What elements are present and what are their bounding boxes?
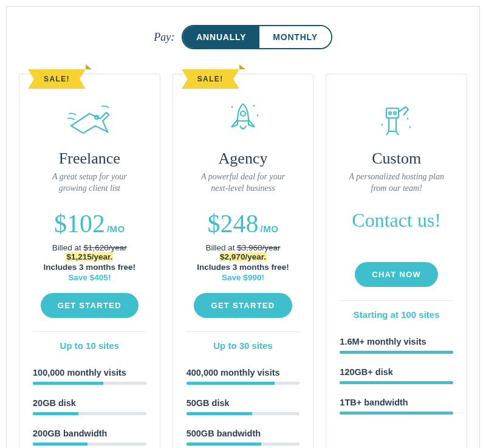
billed-discounted: $2,970/year. (219, 252, 267, 261)
svg-point-1 (241, 111, 245, 116)
feature-label: 20GB disk (33, 398, 146, 408)
price-row: $102 /MO (33, 209, 146, 238)
plan-tagline: A powerful deal for your next-level busi… (187, 171, 300, 195)
pricing-container: Pay: ANNUALLY MONTHLY SALE! (6, 6, 480, 448)
sites-line: Up to 30 sites (187, 340, 300, 351)
get-started-button[interactable]: GET STARTED (41, 293, 139, 318)
feature-label: 500GB bandwidth (187, 429, 300, 438)
divider (187, 331, 300, 332)
svg-point-3 (389, 112, 391, 114)
billed-line: Billed at $3,960/year $2,970/year. (187, 243, 300, 261)
billed-line: Billed at $1,620/year $1,215/year. (33, 243, 146, 261)
price-row: $248 /MO (187, 209, 300, 238)
divider (340, 300, 453, 301)
feature-bar (187, 382, 300, 385)
feature-item: 20GB disk (33, 398, 146, 415)
save-line: Save $990! (187, 273, 300, 282)
feature-label: 400,000 monthly visits (187, 368, 300, 377)
toggle-annually-button[interactable]: ANNUALLY (183, 26, 259, 48)
includes-line: Includes 3 months free! (33, 263, 146, 272)
feature-item: 100,000 monthly visits (33, 368, 146, 385)
feature-label: 200GB bandwidth (33, 429, 146, 438)
airplane-icon (33, 100, 146, 140)
price-unit: /MO (261, 224, 279, 234)
chat-now-button[interactable]: CHAT NOW (355, 262, 438, 287)
sale-ribbon-label: SALE! (34, 69, 80, 89)
feature-item: 1.6M+ monthly visits (340, 337, 453, 354)
plan-tagline: A great setup for your growing client li… (33, 171, 146, 195)
feature-item: 50GB disk (187, 398, 300, 415)
robot-icon (340, 100, 453, 140)
get-started-button[interactable]: GET STARTED (194, 293, 292, 318)
plan-card-freelance: SALE! Freelance A great setup for your g… (19, 74, 160, 448)
price-amount: $248 (208, 209, 259, 238)
save-line: Save $405! (33, 273, 146, 282)
plan-card-custom: Custom A personalized hosting plan from … (326, 74, 467, 448)
billed-discounted: $1,215/year. (66, 252, 113, 261)
sale-ribbon-label: SALE! (188, 69, 233, 89)
feature-bar (187, 443, 300, 446)
billing-toggle-group: ANNUALLY MONTHLY (182, 25, 332, 49)
price-unit: /MO (107, 224, 125, 234)
sale-ribbon: SALE! (28, 69, 86, 89)
feature-bar (340, 412, 453, 415)
feature-label: 1.6M+ monthly visits (340, 337, 453, 346)
sale-ribbon: SALE! (182, 69, 239, 89)
plan-name: Freelance (33, 150, 146, 168)
plan-card-agency: SALE! Agency A powerful deal for your ne… (173, 74, 314, 448)
sites-line: Starting at 100 sites (340, 309, 453, 320)
feature-item: 1TB+ bandwidth (340, 398, 453, 415)
feature-item: 400,000 monthly visits (187, 368, 300, 385)
billed-original: $3,960/year (237, 243, 280, 252)
price-amount: $102 (54, 209, 105, 238)
plan-name: Agency (187, 150, 300, 168)
feature-bar (340, 351, 453, 354)
feature-label: 1TB+ bandwidth (340, 398, 453, 407)
billing-toggle: Pay: ANNUALLY MONTHLY (19, 25, 467, 49)
divider (33, 331, 146, 332)
feature-bar (340, 381, 453, 384)
feature-bar (33, 382, 146, 385)
sites-line: Up to 10 sites (33, 340, 146, 351)
feature-label: 100,000 monthly visits (33, 368, 146, 377)
svg-rect-5 (389, 118, 396, 131)
feature-item: 200GB bandwidth (33, 429, 146, 446)
plan-name: Custom (340, 150, 453, 168)
feature-bar (187, 412, 300, 415)
plans-row: SALE! Freelance A great setup for your g… (19, 74, 467, 448)
rocket-icon (187, 100, 300, 140)
svg-point-4 (394, 112, 396, 114)
pay-label: Pay: (154, 31, 174, 44)
feature-label: 50GB disk (187, 398, 300, 408)
feature-label: 120GB+ disk (340, 367, 453, 377)
feature-item: 120GB+ disk (340, 367, 453, 384)
toggle-monthly-button[interactable]: MONTHLY (259, 26, 331, 48)
plan-tagline: A personalized hosting plan from our tea… (340, 171, 453, 195)
includes-line: Includes 3 months free! (187, 263, 300, 272)
billed-original: $1,620/year (84, 243, 127, 252)
feature-bar (33, 412, 146, 415)
contact-text: Contact us! (340, 209, 453, 232)
feature-bar (33, 443, 146, 446)
feature-item: 500GB bandwidth (187, 429, 300, 446)
